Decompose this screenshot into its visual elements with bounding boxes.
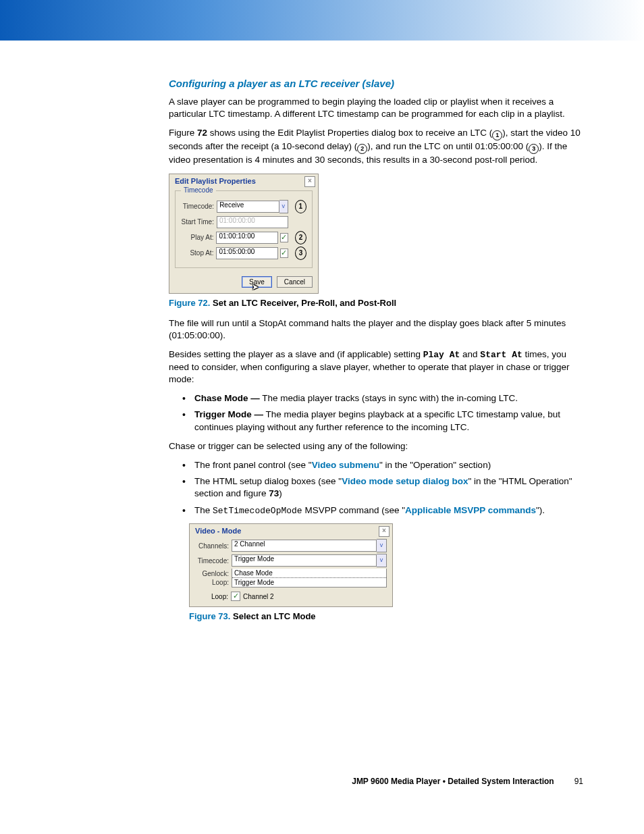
callout-3-icon: 3 [295,246,306,260]
stop-at-row: Stop At: 01:05:00:00 ✓ 3 [181,246,306,260]
channels-label: Channels: [195,542,229,550]
chase-mode-term: Chase Mode — [194,393,260,403]
close-icon[interactable]: × [379,526,390,537]
loop-channel2-checkbox[interactable]: ✓ [231,592,240,601]
mode-list: Chase Mode — The media player tracks (st… [169,392,583,434]
figure-73-image: Video - Mode × Channels: 2 Channel v Tim… [169,523,583,607]
video-mode-setup-link[interactable]: Video mode setup dialog box [342,476,468,486]
circled-1-icon: 1 [492,130,502,140]
timecode-select[interactable]: Trigger Mode [232,554,377,567]
footer-product: JMP 9600 Media Player • Detailed System … [352,777,554,786]
play-at-input[interactable]: 01:00:10:00 [216,232,278,244]
cancel-button[interactable]: Cancel [277,276,313,288]
text: shows using the Edit Playlist Properties… [207,128,492,138]
channels-select[interactable]: 2 Channel [232,540,377,552]
genlock-label: Genlock: [195,570,229,577]
loop-channel2-label: Channel 2 [243,593,274,600]
page-top-banner [0,0,644,41]
trigger-mode-term: Trigger Mode — [194,409,263,419]
genlock-row: Genlock: [195,570,232,577]
paragraph-intro: A slave player can be programmed to begi… [169,96,583,120]
timecode-dropdown-list[interactable]: Chase Mode Trigger Mode [232,569,387,588]
text: "). [536,505,545,515]
start-at-term: Start At [480,350,522,360]
channels-row: Channels: 2 Channel v [195,539,387,552]
text: " in the "Operation" section) [379,460,491,470]
text: MSVPP command (see " [302,505,405,515]
play-at-term: Play At [423,350,460,360]
video-mode-dialog: Video - Mode × Channels: 2 Channel v Tim… [189,523,393,607]
figure-72-caption: Figure 72. Set an LTC Receiver, Pre-Roll… [169,298,583,308]
circled-2-icon: 2 [357,144,367,154]
figure-label: Figure 73. [189,611,230,621]
save-button[interactable]: Save ➤ [242,276,272,288]
text: The HTML setup dialog boxes (see " [194,476,342,486]
figure-73-caption: Figure 73. Select an LTC Mode [189,611,583,621]
callout-1-icon: 1 [295,200,306,213]
figure-number: 73 [269,488,279,498]
section-heading: Configuring a player as an LTC receiver … [169,78,583,89]
dialog-titlebar: Video - Mode × [190,524,392,538]
figure-72-image: Edit Playlist Properties × Timecode Time… [169,174,583,294]
edit-playlist-properties-dialog: Edit Playlist Properties × Timecode Time… [169,174,319,294]
stop-at-input[interactable]: 01:05:00:00 [216,247,278,259]
loop-prefix: Loop: [211,593,228,600]
start-time-input[interactable]: 01:00:00:00 [217,216,288,228]
text: The media player tracks (stays in sync w… [260,393,518,403]
loop-channel2-row: Loop: ✓ Channel 2 [232,592,387,601]
list-item: The HTML setup dialog boxes (see "Video … [182,475,583,500]
text: Besides setting the player as a slave an… [169,349,423,359]
paragraph-modes-intro: Besides setting the player as a slave an… [169,348,583,386]
footer-page-number: 91 [556,777,583,786]
fieldset-legend: Timecode [181,186,216,194]
msvpp-commands-link[interactable]: Applicable MSVPP commands [405,505,536,515]
timecode-row: Timecode: Receive v 1 [181,200,306,213]
text: Figure [169,128,197,138]
list-item: Chase Mode — The media player tracks (st… [182,392,583,405]
text: ) [279,488,282,498]
video-submenu-link[interactable]: Video submenu [312,460,379,470]
timecode-row: Timecode: Trigger Mode v [195,554,387,567]
text: The [194,505,213,515]
dialog-title: Edit Playlist Properties [175,177,256,185]
figure-title: Select an LTC Mode [233,611,316,621]
stop-at-checkbox[interactable]: ✓ [280,249,288,258]
chevron-down-icon[interactable]: v [377,539,387,552]
list-item: The SetTimecodeOpMode MSVPP command (see… [182,504,583,517]
chevron-down-icon[interactable]: v [279,200,288,213]
dialog-title: Video - Mode [195,527,241,535]
callout-2-icon: 2 [295,231,306,244]
loop-row: Loop: [195,579,232,586]
timecode-select[interactable]: Receive [217,201,279,213]
start-time-row: Start Time: 01:00:00:00 [181,215,306,229]
option-trigger-mode[interactable]: Trigger Mode [232,578,386,587]
play-at-label: Play At: [181,234,213,241]
list-item: Trigger Mode — The media player begins p… [182,409,583,433]
close-icon[interactable]: × [304,176,315,187]
select-method-list: The front panel control (see "Video subm… [169,459,583,517]
paragraph-select-intro: Chase or trigger can be selected using a… [169,440,583,452]
text: ), and run the LTC on until 01:05:00:00 … [367,141,529,151]
page-content: Configuring a player as an LTC receiver … [0,41,644,621]
chevron-down-icon[interactable]: v [377,554,387,567]
stop-at-label: Stop At: [181,249,213,257]
page-footer: JMP 9600 Media Player • Detailed System … [0,777,644,806]
paragraph-fig72-desc: Figure 72 shows using the Edit Playlist … [169,127,583,166]
dialog-titlebar: Edit Playlist Properties × [169,174,318,188]
command-name: SetTimecodeOpMode [213,506,302,516]
timecode-label: Timecode: [195,557,229,565]
figure-label: Figure 72. [169,298,210,308]
paragraph-stopat: The file will run until a StopAt command… [169,317,583,342]
text: and [460,349,480,359]
loop-label: Loop: [195,579,229,586]
option-chase-mode[interactable]: Chase Mode [232,569,386,578]
text: The front panel control (see " [194,460,312,470]
play-at-checkbox[interactable]: ✓ [280,233,288,242]
figure-title: Set an LTC Receiver, Pre-Roll, and Post-… [213,298,396,308]
figure-number: 72 [197,128,207,138]
cursor-icon: ➤ [252,282,259,292]
list-item: The front panel control (see "Video subm… [182,459,583,471]
timecode-fieldset: Timecode Timecode: Receive v 1 Start Tim… [175,190,313,268]
start-time-label: Start Time: [181,218,214,226]
dialog-button-row: Save ➤ Cancel [169,273,318,293]
